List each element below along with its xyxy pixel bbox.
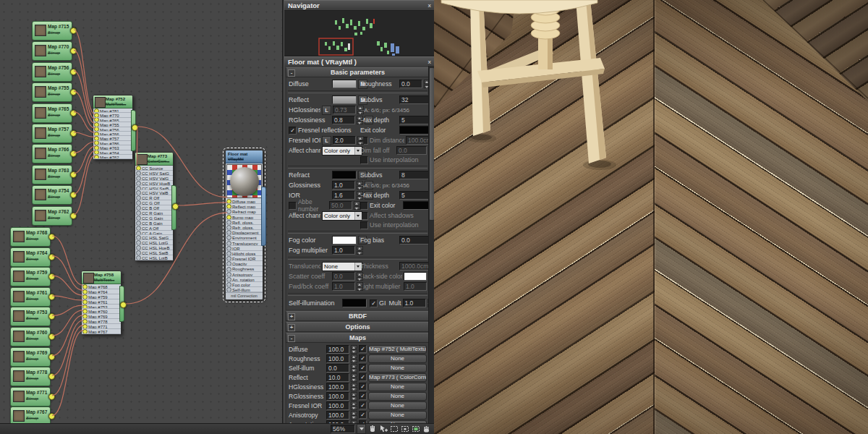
- node-input-row[interactable]: CC G Gain: [135, 216, 173, 221]
- map-amount-spinner[interactable]: [351, 364, 357, 373]
- rglossiness-field[interactable]: 0.8: [332, 116, 355, 124]
- roughness-field[interactable]: 0.0: [399, 80, 422, 88]
- input-socket[interactable]: [226, 235, 231, 240]
- hglossiness-field[interactable]: 0.73: [333, 106, 356, 114]
- abbe-number-spinner[interactable]: [354, 201, 360, 210]
- map-slot-button[interactable]: None: [368, 354, 427, 363]
- input-socket[interactable]: [136, 250, 141, 255]
- refract-max-depth-field[interactable]: 5: [399, 191, 430, 200]
- hglossiness-spinner[interactable]: [357, 106, 364, 114]
- input-socket[interactable]: [136, 240, 141, 245]
- map-amount-spinner[interactable]: [351, 392, 357, 401]
- output-socket[interactable]: [48, 393, 55, 400]
- map-amount-field[interactable]: 100.0: [326, 411, 349, 420]
- output-socket[interactable]: [48, 273, 55, 280]
- map-amount-spinner[interactable]: [351, 373, 357, 382]
- node-input-row[interactable]: CC HSV HueB: [135, 181, 173, 186]
- pan-to-selected-icon[interactable]: [422, 425, 431, 434]
- fog-color-swatch[interactable]: [332, 236, 357, 244]
- rollout-header-maps[interactable]: - Maps: [286, 333, 430, 343]
- output-socket[interactable]: [70, 48, 77, 54]
- node-input-row[interactable]: Self-illum: [226, 287, 263, 292]
- input-socket[interactable]: [226, 256, 231, 261]
- node-input-row[interactable]: CC HSV SatG: [135, 171, 173, 176]
- map-amount-field[interactable]: 100.0: [326, 401, 349, 410]
- map-slot-button[interactable]: None: [368, 411, 427, 420]
- gi-checkbox[interactable]: [370, 299, 378, 307]
- input-socket[interactable]: [136, 200, 141, 205]
- node-header[interactable]: Map #758MultiText...: [82, 271, 121, 284]
- map-amount-field[interactable]: 100.0: [326, 383, 349, 391]
- bitmap-node[interactable]: Map #770Bitmap: [32, 41, 72, 61]
- output-socket[interactable]: [48, 294, 55, 300]
- dim-distance-field[interactable]: 100.0cm: [406, 136, 430, 145]
- light-multiplier-field[interactable]: 1.0: [404, 282, 427, 291]
- zoom-extents-selected-icon[interactable]: [411, 425, 420, 434]
- input-socket[interactable]: [82, 309, 88, 314]
- input-socket[interactable]: [226, 267, 231, 272]
- input-socket[interactable]: [226, 215, 231, 220]
- output-socket[interactable]: [48, 234, 55, 240]
- output-socket[interactable]: [172, 203, 179, 210]
- bitmap-node[interactable]: Map #767Bitmap: [10, 407, 51, 423]
- rollout-header-options[interactable]: + Options: [286, 322, 430, 332]
- colorcorrect-node-773[interactable]: Map #773ColorCorr...CC SourceCC HSV SatG…: [135, 152, 174, 261]
- bitmap-node[interactable]: Map #759Bitmap: [10, 267, 51, 286]
- input-socket[interactable]: [226, 230, 231, 235]
- input-socket[interactable]: [82, 314, 88, 319]
- rollout-header-brdf[interactable]: + BRDF: [286, 311, 430, 321]
- input-socket[interactable]: [136, 176, 141, 181]
- ior-spinner[interactable]: [357, 191, 363, 200]
- output-socket[interactable]: [70, 171, 77, 178]
- input-socket[interactable]: [136, 171, 141, 176]
- fwd-bck-coeff-field[interactable]: 1.0: [332, 282, 355, 291]
- back-side-color-swatch[interactable]: [404, 272, 427, 281]
- node-graph-canvas[interactable]: Map #715BitmapMap #770BitmapMap #756Bitm…: [0, 0, 282, 423]
- input-socket[interactable]: [226, 272, 231, 277]
- bitmap-node[interactable]: Map #753Bitmap: [10, 307, 51, 326]
- node-input-row[interactable]: Roughness: [226, 266, 263, 271]
- output-socket[interactable]: [70, 192, 77, 198]
- map-slot-button[interactable]: None: [368, 383, 427, 391]
- refract-use-interpolation-checkbox[interactable]: [360, 221, 368, 229]
- bitmap-node[interactable]: Map #757Bitmap: [32, 124, 72, 143]
- input-socket[interactable]: [226, 251, 231, 256]
- node-input-row[interactable]: CC G Off: [135, 200, 173, 205]
- reflect-color-swatch[interactable]: [332, 95, 357, 104]
- rollout-header-basic-parameters[interactable]: - Basic parameters: [286, 67, 430, 77]
- output-socket[interactable]: [70, 27, 77, 34]
- fresnel-ior-field[interactable]: 2.0: [333, 136, 356, 145]
- node-input-row[interactable]: Map #768: [82, 284, 121, 289]
- input-socket[interactable]: [82, 305, 88, 310]
- map-slot-button[interactable]: Map #773 ( ColorCorrect ): [368, 373, 427, 382]
- output-socket[interactable]: [70, 110, 77, 116]
- affect-channels-dropdown[interactable]: Color only: [322, 146, 362, 156]
- node-input-row[interactable]: Map #762: [93, 155, 132, 159]
- expand-icon[interactable]: +: [288, 313, 295, 320]
- pan-icon[interactable]: [367, 425, 377, 434]
- node-input-row[interactable]: CC HSL LgtB: [135, 255, 173, 260]
- node-input-row[interactable]: Diffuse map: [226, 199, 263, 204]
- mult-field[interactable]: 1.0: [403, 299, 426, 307]
- input-socket[interactable]: [82, 299, 88, 305]
- input-socket[interactable]: [82, 329, 88, 334]
- input-socket[interactable]: [226, 220, 231, 225]
- zoom-region-icon[interactable]: [389, 425, 399, 434]
- abbe-number-field[interactable]: 50.0: [329, 201, 352, 210]
- translucency-dropdown[interactable]: None: [322, 262, 362, 271]
- input-socket[interactable]: [82, 284, 88, 289]
- map-enable-checkbox[interactable]: [359, 401, 367, 409]
- subdivs-field[interactable]: 32: [399, 95, 430, 104]
- fresnel-ior-lock-button[interactable]: L: [322, 136, 331, 145]
- bitmap-node[interactable]: Map #771Bitmap: [10, 387, 51, 407]
- collapse-icon[interactable]: -: [288, 335, 295, 342]
- input-socket[interactable]: [136, 166, 141, 171]
- output-socket[interactable]: [70, 130, 77, 137]
- fog-multiplier-spinner[interactable]: [357, 246, 363, 255]
- map-enable-checkbox[interactable]: [359, 364, 367, 372]
- input-socket[interactable]: [226, 282, 231, 287]
- node-input-row[interactable]: Refract map: [226, 209, 263, 214]
- node-input-row[interactable]: Environment: [226, 235, 263, 240]
- bitmap-node[interactable]: Map #715Bitmap: [32, 21, 72, 41]
- map-enable-checkbox[interactable]: [359, 373, 367, 381]
